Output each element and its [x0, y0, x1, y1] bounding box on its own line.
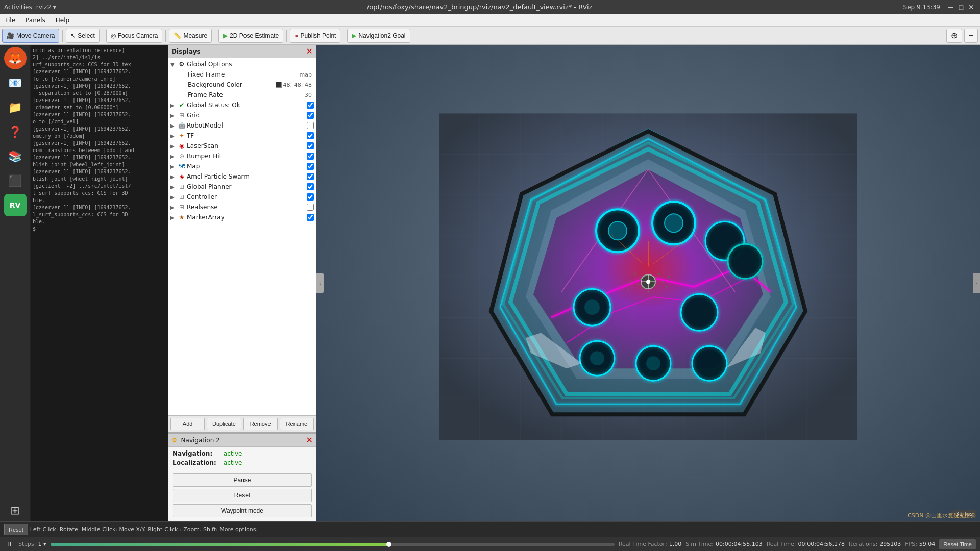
minimize-button[interactable]: ─ [946, 3, 955, 12]
rename-button[interactable]: Rename [280, 418, 314, 430]
publish-point-button[interactable]: ● Publish Point [290, 29, 340, 43]
move-camera-button[interactable]: 🎥 Move Camera [2, 29, 59, 43]
add-display-button[interactable]: Add [170, 418, 205, 430]
tree-item-controller[interactable]: ▶ ⊞ Controller [168, 192, 316, 202]
displays-close-button[interactable]: ✕ [306, 46, 313, 56]
robotmodel-checkbox[interactable] [307, 122, 314, 129]
global-planner-checkbox[interactable] [307, 183, 314, 190]
real-time-item: Real Time: 00:00:04:56.178 [767, 541, 845, 547]
select-button[interactable]: ↖ Select [66, 29, 99, 43]
app-icon-thunderbird[interactable]: 📧 [4, 71, 27, 94]
expand-right-handle[interactable]: › [973, 273, 980, 293]
tree-item-laserscan[interactable]: ▶ ◉ LaserScan [168, 141, 316, 151]
tree-item-bumper-hit[interactable]: ▶ ⊛ Bumper Hit [168, 151, 316, 161]
viewport[interactable]: ‹ 31 fps CSDN @山重水复疑无路@ › [316, 45, 980, 521]
realsense-checkbox[interactable] [307, 204, 314, 211]
nav2-close-button[interactable]: ✕ [306, 435, 313, 445]
app-icon-firefox[interactable]: 🦊 [4, 47, 27, 69]
svg-point-59 [627, 289, 629, 290]
tree-item-amcl[interactable]: ▶ ◈ Amcl Particle Swarm [168, 171, 316, 182]
status-bar: Reset Left-Click: Rotate. Middle-Click: … [0, 521, 980, 537]
controller-icon: ⊞ [178, 193, 186, 201]
tree-item-frame-rate[interactable]: Frame Rate 30 [168, 90, 316, 100]
fps-item: FPS: 59.04 [905, 541, 935, 547]
reset-view-button[interactable]: Reset [4, 524, 28, 535]
close-button[interactable]: ✕ [967, 3, 976, 12]
nav2-localization-label: Localization: [173, 459, 224, 466]
map-icon: 🗺 [178, 163, 186, 170]
pose-estimate-button[interactable]: ▶ 2D Pose Estimate [218, 29, 283, 43]
nav2-navigation-row: Navigation: active [173, 450, 312, 457]
restore-button[interactable]: □ [957, 3, 966, 12]
measure-icon: 📏 [174, 32, 181, 39]
extra-btn-1[interactable]: ⊕ [946, 29, 962, 43]
duplicate-button[interactable]: Duplicate [207, 418, 241, 430]
tree-item-grid[interactable]: ▶ ⊞ Grid [168, 110, 316, 120]
reset-nav2-button[interactable]: Reset [173, 489, 312, 502]
pause-button[interactable]: Pause [173, 473, 312, 487]
tree-item-fixed-frame[interactable]: Fixed Frame map [168, 69, 316, 80]
publish-point-icon: ● [295, 32, 298, 39]
laserscan-checkbox[interactable] [307, 142, 314, 149]
bumper-checkbox[interactable] [307, 153, 314, 160]
nav2-goal-button[interactable]: ▶ Navigation2 Goal [347, 29, 410, 43]
nav2-header: ⚙ Navigation 2 ✕ [168, 434, 316, 447]
extra-btn-2[interactable]: − [964, 29, 978, 43]
grid-icon: ⊞ [178, 112, 186, 119]
remove-button[interactable]: Remove [243, 418, 278, 430]
realsense-icon: ⊞ [178, 204, 186, 211]
app-icon-layers[interactable]: 📚 [4, 145, 27, 167]
menu-help[interactable]: Help [51, 14, 75, 26]
tree-item-global-planner[interactable]: ▶ ⊞ Global Planner [168, 182, 316, 192]
tree-item-global-options[interactable]: ▼ ⚙ Global Options [168, 59, 316, 69]
markerarray-checkbox[interactable] [307, 214, 314, 221]
controller-checkbox[interactable] [307, 193, 314, 201]
tree-item-tf[interactable]: ▶ ✦ TF [168, 131, 316, 141]
collapse-panel-handle[interactable]: ‹ [316, 273, 324, 293]
app-icon-rviz[interactable]: RV [4, 194, 27, 216]
timeline-progress[interactable] [51, 543, 615, 546]
app-name-label[interactable]: rviz2 ▾ [36, 4, 56, 11]
bumper-icon: ⊛ [178, 153, 186, 160]
tree-item-bg-color[interactable]: Background Color 48; 48; 48 [168, 80, 316, 90]
term-line: l_surf_supports_ccs: CCS for 3D [33, 190, 166, 197]
focus-camera-button[interactable]: ◎ Focus Camera [106, 29, 163, 43]
sim-time-item: Sim Time: 00:00:04:55.103 [685, 541, 763, 547]
tree-item-global-status[interactable]: ▶ ✔ Global Status: Ok [168, 100, 316, 110]
progress-thumb[interactable] [386, 542, 391, 547]
app-icon-help[interactable]: ❓ [4, 120, 27, 143]
map-checkbox[interactable] [307, 163, 314, 170]
term-line: diameter set to [0.066000m] [33, 104, 166, 111]
amcl-checkbox[interactable] [307, 173, 314, 180]
svg-point-33 [728, 244, 763, 279]
tree-item-map[interactable]: ▶ 🗺 Map [168, 161, 316, 171]
play-pause-button[interactable]: ⏸ [4, 539, 14, 549]
tree-item-realsense[interactable]: ▶ ⊞ Realsense [168, 202, 316, 212]
expand-arrow-icon: ▶ [170, 103, 177, 108]
measure-button[interactable]: 📏 Measure [169, 29, 212, 43]
grid-checkbox[interactable] [307, 112, 314, 119]
status-checkbox[interactable] [307, 102, 314, 109]
term-line: o to [/cmd_vel] [33, 118, 166, 126]
robot-icon: 🤖 [178, 122, 186, 129]
steps-item: Steps: 1 ▾ [18, 541, 46, 547]
reset-time-button[interactable]: Reset Time [939, 539, 976, 549]
menu-file[interactable]: File [0, 14, 20, 26]
menu-panels[interactable]: Panels [20, 14, 51, 26]
pose-estimate-icon: ▶ [223, 32, 228, 39]
marker-icon: ★ [178, 214, 186, 221]
activities-label[interactable]: Activities [4, 4, 32, 11]
laser-icon: ◉ [178, 142, 186, 149]
app-icon-terminal[interactable]: ⬛ [4, 169, 27, 192]
app-icon-files[interactable]: 📁 [4, 96, 27, 118]
main-area: 🦊 📧 📁 ❓ 📚 ⬛ RV ⊞ orld as orientation ref… [0, 45, 980, 521]
waypoint-mode-button[interactable]: Waypoint mode [173, 504, 312, 517]
svg-point-32 [681, 294, 718, 331]
svg-point-57 [648, 291, 649, 293]
displays-tree: ▼ ⚙ Global Options Fixed Frame map Backg… [168, 58, 316, 415]
tree-item-robotmodel[interactable]: ▶ 🤖 RobotModel [168, 120, 316, 131]
app-icon-grid[interactable]: ⊞ [4, 499, 27, 521]
nav2-icon: ⚙ [172, 437, 177, 444]
tree-item-markerarray[interactable]: ▶ ★ MarkerArray [168, 212, 316, 222]
tf-checkbox[interactable] [307, 132, 314, 139]
